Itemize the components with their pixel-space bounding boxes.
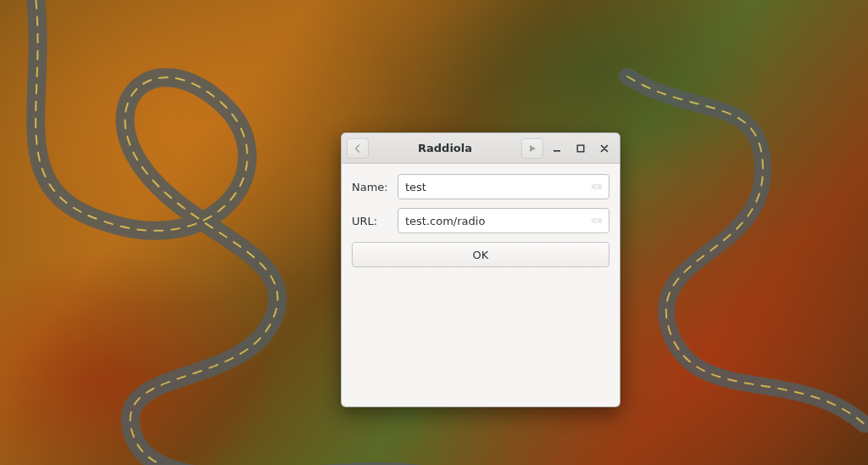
- clear-icon[interactable]: [588, 179, 604, 194]
- maximize-icon: [576, 144, 585, 153]
- url-input[interactable]: [405, 215, 588, 227]
- titlebar[interactable]: Raddiola: [342, 133, 620, 164]
- ok-button[interactable]: OK: [352, 242, 609, 267]
- clear-icon[interactable]: [588, 213, 604, 228]
- svg-rect-0: [554, 150, 560, 152]
- url-label: URL:: [352, 215, 389, 227]
- url-row: URL:: [352, 208, 609, 233]
- svg-rect-1: [577, 145, 584, 152]
- name-input[interactable]: [405, 181, 588, 193]
- name-row: Name:: [352, 174, 609, 199]
- close-button[interactable]: [594, 138, 615, 159]
- name-entry[interactable]: [398, 174, 609, 199]
- play-button[interactable]: [521, 138, 543, 159]
- ok-button-label: OK: [473, 249, 489, 261]
- url-entry[interactable]: [398, 208, 609, 233]
- play-icon: [527, 143, 537, 154]
- form-area: Name: URL: OK: [342, 164, 620, 406]
- chevron-left-icon: [353, 143, 363, 154]
- name-label: Name:: [352, 181, 389, 193]
- app-window: Raddiola: [341, 132, 620, 407]
- close-icon: [600, 144, 609, 153]
- minimize-icon: [553, 144, 561, 153]
- minimize-button[interactable]: [547, 138, 567, 159]
- desktop-wallpaper: Raddiola: [0, 0, 868, 465]
- maximize-button[interactable]: [570, 138, 591, 159]
- window-title: Raddiola: [372, 142, 518, 154]
- back-button[interactable]: [347, 138, 369, 159]
